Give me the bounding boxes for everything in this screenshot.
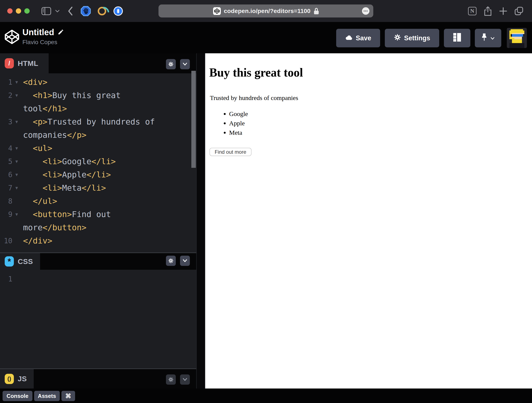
- line-number: 1: [0, 275, 12, 283]
- html-settings-gear-icon[interactable]: [166, 59, 176, 69]
- code-text: </div>: [23, 236, 191, 246]
- html-editor-scrollbar[interactable]: [191, 71, 196, 168]
- line-number: 8: [0, 197, 12, 205]
- preview-company-list: Google Apple Meta: [205, 109, 248, 137]
- cloud-icon: [345, 34, 353, 42]
- code-text: <h1>Buy this great: [23, 91, 191, 100]
- html-panel-icon: /: [5, 58, 14, 69]
- minimize-window-button[interactable]: [16, 8, 21, 14]
- new-tab-icon[interactable]: [497, 0, 509, 22]
- js-panel-icon: (): [5, 374, 14, 384]
- tab-js[interactable]: () JS: [0, 369, 34, 389]
- zoom-window-button[interactable]: [24, 8, 30, 14]
- share-icon[interactable]: [482, 0, 494, 22]
- change-view-button[interactable]: [444, 29, 470, 47]
- fold-arrow-icon[interactable]: ▾: [12, 185, 23, 191]
- notion-extension-icon[interactable]: N: [466, 0, 478, 22]
- fold-arrow-icon[interactable]: ▾: [12, 172, 23, 178]
- codepen-header: Untitled Flavio Copes Save Settings: [0, 22, 532, 53]
- code-text: <button>Find out: [23, 210, 191, 219]
- css-settings-gear-icon[interactable]: [166, 256, 176, 266]
- tab-css[interactable]: * CSS: [0, 253, 40, 270]
- fold-arrow-icon[interactable]: ▾: [12, 145, 23, 151]
- content-blocker-extension-icon[interactable]: [80, 0, 92, 22]
- assets-button[interactable]: Assets: [34, 391, 60, 401]
- line-number: 3: [0, 118, 12, 126]
- chevron-down-icon: [490, 34, 495, 42]
- html-collapse-chevron-icon[interactable]: [180, 59, 190, 69]
- fold-arrow-icon[interactable]: ▾: [12, 119, 23, 125]
- list-item: Apple: [229, 119, 248, 128]
- fold-arrow-icon[interactable]: ▾: [12, 79, 23, 85]
- line-number: 10: [0, 237, 12, 245]
- tab-html[interactable]: / HTML: [0, 53, 49, 73]
- code-line: 1▾<div>: [0, 76, 191, 89]
- address-bar[interactable]: codepen.io/pen/?editors=1100 •••: [158, 5, 373, 18]
- code-line: 9▾ <button>Find out: [0, 208, 191, 221]
- code-text: <li>Google</li>: [23, 157, 191, 166]
- line-number: 6: [0, 170, 12, 179]
- browser-toolbar: codepen.io/pen/?editors=1100 ••• N: [0, 0, 532, 22]
- html-panel-header: / HTML: [0, 53, 196, 73]
- back-icon[interactable]: [65, 0, 76, 22]
- fold-arrow-icon[interactable]: ▾: [12, 92, 23, 98]
- html-code-editor[interactable]: 1▾<div>2▾ <h1>Buy this greattool</h1>3▾ …: [0, 73, 191, 247]
- edit-pencil-icon[interactable]: [57, 27, 64, 37]
- editor-preview-resizer[interactable]: [196, 53, 205, 389]
- fold-arrow-icon[interactable]: ▾: [12, 211, 23, 217]
- js-panel-header: () JS: [0, 369, 196, 389]
- css-tab-label: CSS: [18, 257, 33, 266]
- code-line: 3▾ <p>Trusted by hundreds of: [0, 115, 191, 128]
- js-collapse-chevron-icon[interactable]: [180, 374, 190, 385]
- tabs-overview-icon[interactable]: [512, 0, 526, 22]
- code-line: 2▾ <h1>Buy this great: [0, 89, 191, 102]
- settings-button[interactable]: Settings: [385, 29, 439, 47]
- ring-extension-icon[interactable]: [96, 0, 108, 22]
- close-window-button[interactable]: [7, 8, 13, 14]
- pen-title-block: Untitled Flavio Copes: [22, 27, 64, 46]
- page-more-icon[interactable]: •••: [362, 7, 369, 15]
- sidebar-toggle-icon[interactable]: [40, 0, 53, 22]
- code-text: <p>Trusted by hundreds of: [23, 117, 191, 126]
- css-panel-icon: *: [5, 256, 14, 266]
- codepen-favicon: [213, 7, 221, 15]
- code-line: more</button>: [0, 221, 191, 234]
- js-tab-label: JS: [18, 375, 27, 383]
- code-text: <li>Meta</li>: [23, 183, 191, 193]
- list-item: Google: [229, 109, 248, 119]
- code-text: </ul>: [23, 196, 191, 206]
- avatar[interactable]: [507, 28, 527, 48]
- css-code-editor[interactable]: 1: [0, 270, 191, 285]
- preview-pane: Buy this great tool Trusted by hundreds …: [205, 53, 532, 389]
- console-button[interactable]: Console: [3, 391, 32, 401]
- code-text: <div>: [23, 77, 191, 87]
- code-line: companies</p>: [0, 128, 191, 142]
- codepen-logo[interactable]: [4, 29, 20, 46]
- line-number: 9: [0, 210, 12, 219]
- code-line: 10</div>: [0, 234, 191, 247]
- fold-arrow-icon[interactable]: ▾: [12, 158, 23, 164]
- code-line: 8 </ul>: [0, 195, 191, 208]
- pen-title: Untitled: [22, 27, 54, 37]
- code-line: tool</h1>: [0, 102, 191, 115]
- preview-paragraph: Trusted by hundreds of companies: [210, 94, 298, 101]
- pin-button[interactable]: [475, 29, 501, 47]
- code-line: 4▾ <ul>: [0, 142, 191, 155]
- pin-icon: [481, 33, 487, 43]
- chevron-down-icon[interactable]: [54, 0, 61, 22]
- save-button[interactable]: Save: [336, 29, 380, 47]
- preview-heading: Buy this great tool: [209, 66, 303, 79]
- line-number: 2: [0, 91, 12, 100]
- lock-icon: [314, 8, 319, 14]
- css-collapse-chevron-icon[interactable]: [180, 256, 190, 266]
- command-icon[interactable]: ⌘: [61, 391, 75, 401]
- find-out-more-button[interactable]: Find out more: [209, 148, 252, 156]
- js-settings-gear-icon[interactable]: [166, 374, 176, 385]
- code-line: 1: [0, 272, 191, 285]
- onepassword-extension-icon[interactable]: [112, 0, 124, 22]
- code-line: 7▾ <li>Meta</li>: [0, 181, 191, 195]
- pen-author[interactable]: Flavio Copes: [22, 39, 64, 46]
- footer-bar: Console Assets ⌘: [0, 389, 532, 403]
- code-text: <ul>: [23, 144, 191, 153]
- code-text: <li>Apple</li>: [23, 170, 191, 179]
